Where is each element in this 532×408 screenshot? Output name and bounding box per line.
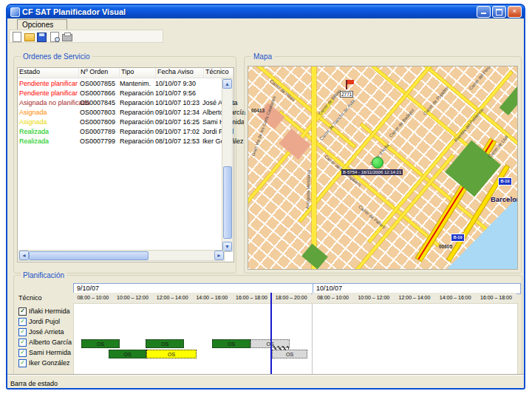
scroll-up-icon[interactable]: ▲ [222, 79, 232, 89]
page-background: CF SAT Planificador Visual × Opciones [0, 0, 532, 408]
order-number: OS0007855 [78, 80, 118, 87]
table-row[interactable]: Asignada no planificadaOS0007845Reparaci… [18, 98, 233, 107]
orders-panel: Ordenes de Servicio EstadoNº OrdenTipoFe… [13, 56, 236, 273]
timeslot-label: 18:00 – 20:00 [271, 293, 311, 303]
map-canvas[interactable]: Gran Via de les Corts CatalanesCarrer de… [248, 66, 518, 270]
order-type: Reparación [118, 128, 154, 135]
technician-checkbox[interactable]: ✓ [18, 359, 27, 367]
order-number: OS0007799 [78, 137, 118, 145]
technician-checkbox[interactable]: ✓ [18, 328, 27, 336]
title-bar[interactable]: CF SAT Planificador Visual × [7, 5, 524, 18]
save-button[interactable] [37, 32, 47, 41]
order-status: Realizada [18, 128, 78, 135]
column-header[interactable]: Estado [18, 68, 79, 78]
close-button[interactable]: × [508, 6, 522, 18]
technician-row: ✓José Arrieta [18, 327, 73, 337]
order-number: OS0007866 [78, 89, 118, 97]
orders-vertical-scrollbar[interactable]: ▲ ▼ [222, 78, 233, 252]
map-panel-title: Mapa [251, 52, 274, 61]
technician-name: José Arrieta [29, 328, 64, 336]
gantt-bar-os[interactable]: OS [146, 339, 184, 348]
column-header[interactable]: Técnico [204, 68, 233, 78]
status-bar: Barra de estado [7, 375, 524, 388]
status-text: Barra de estado [7, 378, 58, 390]
zone-code-label: 00605 [439, 244, 452, 249]
window-title: CF SAT Planificador Visual [22, 7, 477, 16]
technician-list: ✓Iñaki Hermida✓Jordi Pujol✓José Arrieta✓… [18, 306, 73, 368]
gantt-bar-os[interactable]: OS [212, 339, 250, 348]
road-shield-b10: B-10 [498, 177, 512, 186]
order-type: Reparación [118, 89, 154, 97]
order-status: Asignada [18, 118, 78, 126]
gantt-bar-os[interactable]: OS [109, 350, 146, 358]
order-date: 09/10/07 16:25 [154, 118, 201, 126]
print-button[interactable] [62, 32, 72, 41]
gantt-bar-os[interactable]: OS [146, 350, 197, 358]
gantt-bar-os[interactable]: OS [272, 350, 307, 358]
order-number: OS0007803 [78, 109, 118, 116]
column-header[interactable]: Fecha Aviso [156, 68, 204, 78]
gantt-bar-os[interactable]: OS [81, 339, 120, 348]
timeslot-label: 16:00 – 18:00 [232, 293, 272, 303]
table-row[interactable]: AsignadaOS0007803Reparación09/10/07 12:3… [18, 107, 233, 117]
technician-checkbox[interactable]: ✓ [18, 349, 27, 357]
timeslot-label: 10:00 – 12:00 [113, 293, 153, 303]
technician-column-header: Técnico [18, 294, 42, 302]
vehicle-marker-label: B-5754 - 16/11/2006 12:14:21 [341, 169, 403, 175]
column-header[interactable]: Tipo [120, 68, 156, 78]
technician-name: Iñaki Hermida [29, 307, 70, 315]
timeslot-label: 08:00 – 10:00 [313, 293, 353, 303]
table-row[interactable]: AsignadaOS0007809Reparación09/10/07 16:2… [18, 117, 233, 126]
order-status: Asignada [18, 109, 78, 116]
open-button[interactable] [24, 32, 34, 41]
order-date: 09/10/07 17:02 [154, 128, 201, 135]
technician-checkbox[interactable]: ✓ [18, 318, 27, 326]
flag-marker-icon[interactable] [346, 80, 347, 89]
column-header[interactable]: Nº Orden [79, 68, 120, 78]
restore-button[interactable] [492, 6, 506, 18]
day-divider [312, 304, 313, 374]
street-name-label: Carrer del Perú [468, 66, 491, 91]
orders-panel-title: Ordenes de Servicio [21, 52, 92, 61]
planning-panel: Planificación Técnico 9/10/07 10/10/07 0… [13, 275, 522, 386]
toolbar [9, 30, 163, 43]
print-preview-button[interactable] [50, 32, 59, 41]
current-time-line [270, 293, 272, 375]
menu-bar: Opciones [7, 18, 524, 30]
table-row[interactable]: RealizadaOS0007789Reparación09/10/07 17:… [18, 126, 233, 136]
orders-table-header: EstadoNº OrdenTipoFecha AvisoTécnico [18, 68, 233, 78]
city-label: Barcelona [491, 195, 518, 203]
orders-hscroll-thumb[interactable] [29, 251, 149, 260]
scroll-left-icon[interactable]: ◄ [19, 251, 29, 260]
table-row[interactable]: RealizadaOS0007799Reparación08/10/07 12:… [18, 136, 233, 146]
app-icon [10, 7, 20, 17]
open-folder-icon [24, 33, 35, 41]
table-row[interactable]: Pendiente planificarOS0007866Reparación1… [18, 88, 233, 98]
map-panel: Mapa [244, 56, 522, 273]
orders-horizontal-scrollbar[interactable]: ◄ ► [18, 250, 225, 261]
timeslot-header-day2: 08:00 – 10:0010:00 – 12:0012:00 – 14:001… [313, 293, 516, 304]
timeslot-label: 14:00 – 16:00 [435, 293, 476, 303]
technician-row: ✓Iñaki Hermida [18, 306, 73, 316]
orders-table-body: Pendiente planificarOS0007855Mantenim.10… [18, 78, 233, 146]
technician-checkbox[interactable]: ✓ [18, 339, 27, 347]
new-document-button[interactable] [12, 32, 21, 41]
order-date: 08/10/07 12:53 [154, 137, 201, 145]
order-status: Realizada [18, 137, 78, 145]
order-date: 10/10/07 9:30 [154, 80, 201, 87]
vehicle-marker-icon[interactable] [372, 157, 383, 169]
minimize-button[interactable] [477, 6, 491, 18]
app-window: CF SAT Planificador Visual × Opciones [6, 4, 525, 390]
scroll-right-icon[interactable]: ► [214, 251, 224, 260]
order-type: Mantenim. [118, 80, 154, 87]
order-date: 10/10/07 9:56 [154, 89, 201, 97]
technician-name: Iker González [29, 359, 70, 367]
gantt-chart[interactable]: OSOSOSOSOSOSOS [73, 303, 518, 375]
orders-vscroll-thumb[interactable] [223, 166, 232, 239]
print-preview-icon [50, 32, 59, 42]
technician-checkbox[interactable]: ✓ [18, 307, 27, 316]
table-row[interactable]: Pendiente planificarOS0007855Mantenim.10… [18, 78, 233, 88]
road-shield-b10: B-10 [451, 234, 465, 242]
order-number: OS0007809 [78, 118, 118, 126]
menu-opciones[interactable]: Opciones [17, 19, 67, 30]
